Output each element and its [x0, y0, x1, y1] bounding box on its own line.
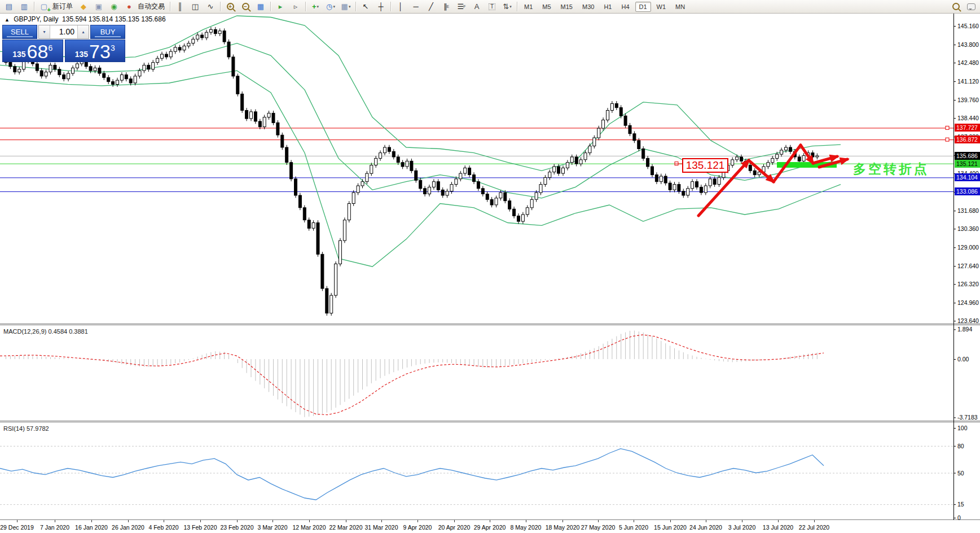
- vertical-line-icon[interactable]: │: [393, 1, 408, 13]
- sell-price-sup: 6: [48, 43, 52, 53]
- line-chart-icon[interactable]: ∿: [203, 1, 218, 13]
- toolbar-separator: [390, 2, 391, 11]
- toolbox-icon[interactable]: ◆: [76, 1, 91, 13]
- sell-price-display[interactable]: 135 68 6: [2, 40, 63, 62]
- buy-price-big: 73: [89, 43, 111, 60]
- toolbar-separator: [305, 2, 306, 11]
- zoom-in-icon: +: [227, 3, 234, 10]
- text-icon[interactable]: A: [469, 1, 484, 13]
- timeframe-h1[interactable]: H1: [600, 2, 616, 12]
- bar-chart-icon[interactable]: ║: [173, 1, 187, 13]
- signals-icon[interactable]: ◉: [107, 1, 121, 13]
- autotrading-label[interactable]: 自动交易: [138, 2, 165, 11]
- collapse-marker-icon: ▲: [5, 17, 10, 23]
- chart-title-ohlc: 135.594 135.814 135.135 135.686: [62, 15, 166, 23]
- chart-title: ▲ GBPJPY, Daily 135.594 135.814 135.135 …: [5, 15, 166, 23]
- buy-button[interactable]: BUY: [90, 25, 125, 39]
- search-icon[interactable]: [948, 1, 963, 13]
- timeframe-d1[interactable]: D1: [635, 2, 651, 12]
- terminal-icon[interactable]: ▣: [91, 1, 106, 13]
- mt4-window: { "toolbar": { "new_order_label": "新订单",…: [0, 0, 980, 533]
- toolbar-separator: [170, 2, 170, 11]
- periods-icon[interactable]: ◷▾: [323, 1, 338, 13]
- volume-stepper: ▾ 1.00 ▴: [38, 25, 89, 39]
- volume-down-button[interactable]: ▾: [39, 25, 50, 38]
- autotrading-icon[interactable]: ●: [122, 1, 137, 13]
- arrows-icon[interactable]: ⇅▾: [500, 1, 515, 13]
- timeframe-w1[interactable]: W1: [653, 2, 670, 12]
- buy-price-display[interactable]: 135 73 3: [65, 40, 126, 62]
- horizontal-line-icon[interactable]: ─: [408, 1, 423, 13]
- buy-price-sup: 3: [111, 43, 115, 53]
- price-annotation-label[interactable]: 135.121: [682, 158, 728, 173]
- cursor-icon[interactable]: ↖: [358, 1, 373, 13]
- sell-price-big: 68: [27, 43, 49, 60]
- crosshair-icon[interactable]: ┼: [373, 1, 388, 13]
- timeframe-m5[interactable]: M5: [538, 2, 555, 12]
- timeframe-m15[interactable]: M15: [557, 2, 577, 12]
- timeframe-m30[interactable]: M30: [578, 2, 598, 12]
- profiles-icon[interactable]: ▥: [17, 1, 32, 13]
- sell-price-prefix: 135: [12, 50, 25, 59]
- volume-up-button[interactable]: ▴: [77, 25, 89, 38]
- new-order-label[interactable]: 新订单: [52, 2, 73, 11]
- trendline-icon[interactable]: ╱: [424, 1, 438, 13]
- chat-icon[interactable]: [964, 1, 978, 13]
- chart-shift-icon[interactable]: ▹: [288, 1, 303, 13]
- zoom-out-icon: −: [242, 3, 249, 10]
- equidistant-channel-icon[interactable]: ∥E: [439, 1, 454, 13]
- macd-label: MACD(12,26,9) 0.4584 0.3881: [3, 328, 88, 335]
- fibonacci-icon[interactable]: ☰F: [454, 1, 469, 13]
- chart-canvas[interactable]: [0, 0, 980, 533]
- sell-button[interactable]: SELL: [2, 25, 37, 39]
- toolbar-separator: [220, 2, 221, 11]
- one-click-trading-panel: SELL ▾ 1.00 ▴ BUY 135 68 6 135 73 3: [2, 25, 125, 62]
- toolbar: ▤▥▢+新订单◆▣◉●自动交易║◫∿+−▦▸▹+▾◷▾▦▾↖┼│─╱∥E☰FAT…: [0, 0, 980, 14]
- chart-windows-icon[interactable]: ▤: [2, 1, 16, 13]
- toolbar-separator: [517, 2, 517, 11]
- tile-windows-icon[interactable]: ▦: [253, 1, 268, 13]
- timeframe-mn[interactable]: MN: [671, 2, 689, 12]
- rsi-label: RSI(14) 57.9782: [3, 425, 49, 432]
- text-label-icon[interactable]: T: [485, 1, 499, 13]
- auto-scroll-icon[interactable]: ▸: [273, 1, 288, 13]
- timeframe-m1[interactable]: M1: [520, 2, 537, 12]
- search-icon: [952, 3, 960, 10]
- toolbar-separator: [355, 2, 356, 11]
- candlestick-chart-icon[interactable]: ◫: [188, 1, 203, 13]
- timeframe-h4[interactable]: H4: [617, 2, 633, 12]
- zoom-out-icon[interactable]: −: [238, 1, 253, 13]
- toolbar-separator: [34, 2, 34, 11]
- buy-price-prefix: 135: [75, 50, 88, 59]
- indicators-icon[interactable]: +▾: [308, 1, 323, 13]
- templates-icon[interactable]: ▦▾: [339, 1, 353, 13]
- turning-point-annotation[interactable]: 多空转折点: [853, 160, 929, 178]
- chat-icon: [967, 3, 975, 10]
- new-order-icon[interactable]: ▢+: [37, 1, 51, 13]
- toolbar-separator: [270, 2, 271, 11]
- chart-title-symbol: GBPJPY, Daily: [14, 15, 58, 23]
- volume-input[interactable]: 1.00: [50, 25, 77, 38]
- zoom-in-icon[interactable]: +: [223, 1, 238, 13]
